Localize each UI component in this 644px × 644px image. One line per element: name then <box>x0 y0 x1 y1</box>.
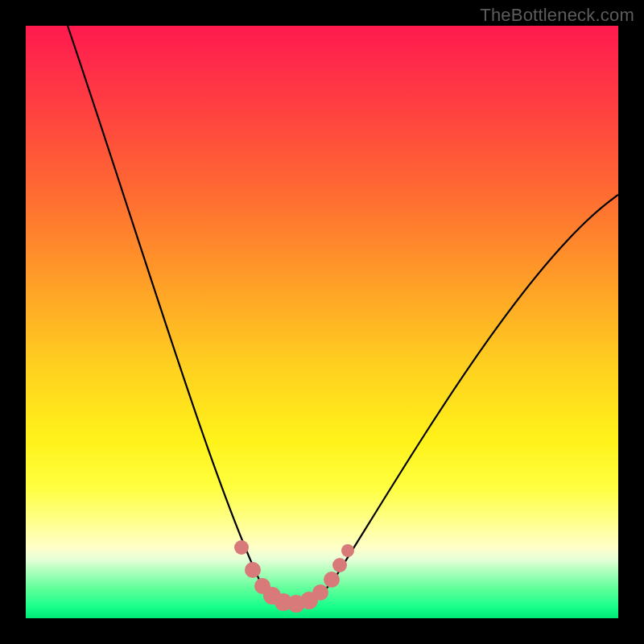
highlight-dots-group <box>234 540 354 613</box>
bottleneck-curve <box>68 26 618 604</box>
highlight-dot <box>341 544 354 557</box>
watermark-text: TheBottleneck.com <box>480 5 634 26</box>
highlight-dot <box>312 584 328 601</box>
highlight-dot <box>245 562 261 578</box>
chart-plot-area <box>26 26 618 618</box>
highlight-dot <box>332 558 347 572</box>
highlight-dot <box>234 540 249 555</box>
chart-svg <box>26 26 618 618</box>
highlight-dot <box>324 572 340 588</box>
